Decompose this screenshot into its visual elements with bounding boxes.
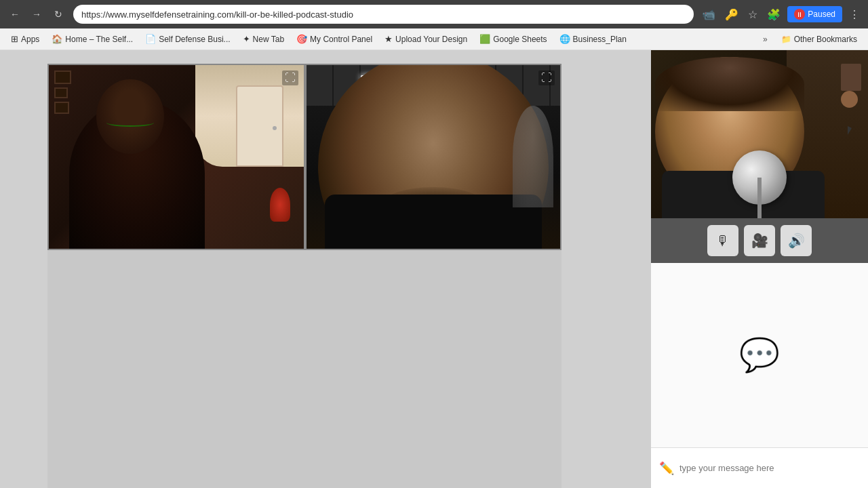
right-panel: 🎙 🎥 🔊 💬 ✏️	[651, 50, 868, 488]
video-panel-3	[651, 50, 868, 218]
mic-button[interactable]: 🎙	[707, 225, 738, 256]
bookmark-home-self-label: Home – The Self...	[65, 35, 133, 44]
bookmark-google-sheets[interactable]: 🟩 Google Sheets	[474, 32, 552, 46]
self-defense-icon: 📄	[145, 34, 156, 44]
bookmark-star-icon[interactable]: ☆	[745, 5, 760, 24]
bookmark-google-sheets-label: Google Sheets	[493, 35, 547, 44]
bookmark-upload-design[interactable]: ★ Upload Your Design	[379, 32, 473, 46]
forward-button[interactable]: →	[27, 5, 46, 24]
bookmark-control-panel[interactable]: 🎯 My Control Panel	[291, 32, 378, 46]
paused-label: Paused	[808, 9, 835, 19]
bookmark-control-panel-label: My Control Panel	[310, 35, 372, 44]
bookmark-new-tab[interactable]: ✦ New Tab	[237, 32, 290, 46]
mic-icon: 🎙	[716, 233, 730, 249]
chat-input-area[interactable]: ✏️	[651, 447, 868, 488]
password-icon[interactable]: 🔑	[722, 5, 741, 24]
menu-icon[interactable]: ⋮	[846, 5, 863, 24]
extensions-icon[interactable]: 🧩	[764, 5, 783, 24]
video-panel-2: ⛶	[305, 64, 561, 250]
url-text: https://www.myselfdefensetraining.com/ki…	[81, 9, 353, 20]
chat-input[interactable]	[679, 463, 860, 473]
other-bookmarks-folder[interactable]: 📁 Other Bookmarks	[776, 33, 863, 46]
upload-design-icon: ★	[384, 34, 393, 44]
expand-icon-1[interactable]: ⛶	[282, 70, 298, 85]
home-self-icon: 🏠	[52, 34, 62, 44]
bookmark-new-tab-label: New Tab	[253, 35, 284, 44]
camera-button[interactable]: 🎥	[744, 225, 775, 256]
control-panel-icon: 🎯	[296, 34, 307, 44]
expand-icon-2[interactable]: ⛶	[538, 70, 555, 85]
apps-icon: ⊞	[11, 34, 18, 44]
bookmark-apps[interactable]: ⊞ Apps	[5, 32, 45, 46]
controls-bar: 🎙 🎥 🔊	[651, 218, 868, 263]
more-bookmarks-button[interactable]: »	[759, 33, 772, 46]
back-button[interactable]: ←	[5, 5, 24, 24]
bookmark-upload-design-label: Upload Your Design	[395, 35, 467, 44]
paused-badge: ⏸	[794, 9, 805, 20]
bookmark-business-plan[interactable]: 🌐 Business_Plan	[554, 32, 632, 46]
chat-area: 💬 ✏️	[651, 263, 868, 488]
business-plan-icon: 🌐	[559, 34, 570, 44]
camera-icon: 🎥	[751, 232, 768, 249]
pen-icon: ✏️	[659, 461, 674, 476]
volume-icon: 🔊	[788, 232, 805, 249]
other-bookmarks-icon: 📁	[781, 35, 791, 44]
cast-icon[interactable]: 📹	[699, 5, 718, 24]
new-tab-icon: ✦	[243, 34, 250, 44]
chat-empty-icon: 💬	[739, 336, 780, 374]
bookmark-self-defense-label: Self Defense Busi...	[159, 35, 230, 44]
address-bar[interactable]: https://www.myselfdefensetraining.com/ki…	[73, 5, 694, 24]
other-bookmarks-label: Other Bookmarks	[794, 35, 857, 44]
chat-messages: 💬	[651, 263, 868, 447]
empty-area	[47, 250, 561, 488]
google-sheets-icon: 🟩	[479, 34, 490, 44]
refresh-button[interactable]: ↻	[49, 5, 68, 24]
bookmark-apps-label: Apps	[21, 35, 39, 44]
paused-button[interactable]: ⏸ Paused	[787, 6, 842, 22]
bookmarks-bar: ⊞ Apps 🏠 Home – The Self... 📄 Self Defen…	[0, 28, 868, 50]
bookmark-home-self[interactable]: 🏠 Home – The Self...	[46, 32, 138, 46]
video-panel-1: ⛶	[47, 64, 305, 250]
bookmark-self-defense[interactable]: 📄 Self Defense Busi...	[140, 32, 235, 46]
volume-button[interactable]: 🔊	[781, 225, 812, 256]
bookmark-business-plan-label: Business_Plan	[573, 35, 627, 44]
